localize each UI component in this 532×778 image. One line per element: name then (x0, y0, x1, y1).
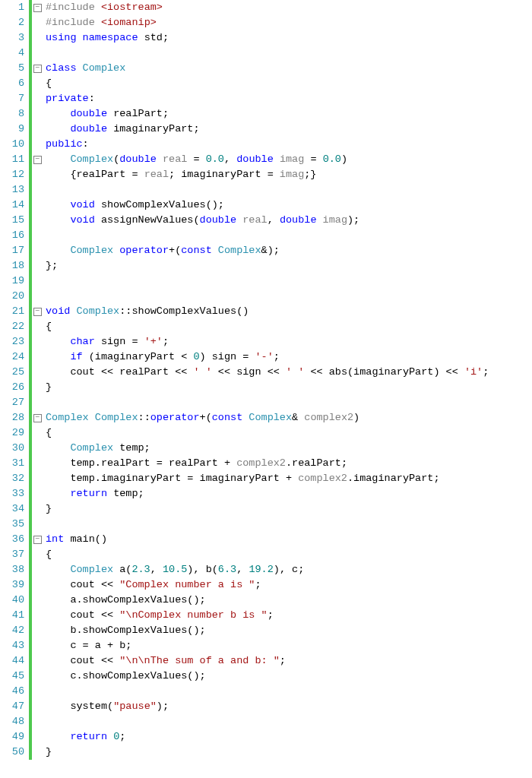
code-line[interactable] (46, 517, 532, 532)
line-number: 27 (0, 395, 24, 410)
token: <iomanip> (101, 17, 157, 28)
code-line[interactable]: temp.realPart = realPart + complex2.real… (46, 456, 532, 471)
code-line[interactable]: a.showComplexValues(); (46, 593, 532, 608)
code-line[interactable]: { (46, 425, 532, 441)
code-line[interactable]: c = a + b; (46, 638, 532, 653)
line-number: 11 (0, 152, 24, 167)
fold-cell (32, 258, 43, 274)
line-number: 40 (0, 593, 24, 608)
fold-toggle-icon[interactable]: − (33, 308, 42, 316)
token: ' ' (286, 366, 304, 378)
fold-cell (32, 395, 43, 410)
code-line[interactable]: if (imaginaryPart < 0) sign = '-'; (46, 349, 532, 365)
line-number: 38 (0, 562, 24, 577)
token: const (181, 245, 218, 256)
token: &); (261, 245, 280, 256)
fold-cell (32, 380, 43, 395)
fold-toggle-icon[interactable]: − (33, 65, 42, 73)
line-number: 18 (0, 258, 24, 274)
code-line[interactable]: char sign = '+'; (46, 334, 532, 349)
fold-cell (32, 653, 43, 669)
token: { (46, 77, 52, 89)
token: imag (323, 214, 347, 226)
code-line[interactable]: } (46, 501, 532, 517)
code-line[interactable]: void Complex::showComplexValues() (46, 304, 532, 319)
fold-cell (32, 441, 43, 456)
token: Complex (83, 62, 126, 74)
code-line[interactable]: { (46, 76, 532, 91)
fold-cell (32, 517, 43, 532)
fold-toggle-icon[interactable]: − (33, 156, 42, 164)
token: ; (119, 731, 125, 742)
token: temp.imaginaryPart = imaginaryPart + (46, 473, 298, 484)
code-line[interactable]: } (46, 380, 532, 395)
token: : (89, 93, 95, 104)
fold-toggle-icon[interactable]: − (33, 4, 42, 12)
fold-cell (32, 137, 43, 152)
code-line[interactable]: }; (46, 258, 532, 274)
code-area[interactable]: #include <iostream>#include <iomanip>usi… (43, 0, 532, 760)
token: sign = (101, 336, 144, 347)
token: 10.5 (163, 564, 187, 575)
code-line[interactable]: Complex operator+(const Complex&); (46, 243, 532, 258)
token (46, 564, 70, 575)
fold-toggle-icon[interactable]: − (33, 414, 42, 422)
code-line[interactable]: return 0; (46, 729, 532, 745)
code-line[interactable]: cout << realPart << ' ' << sign << ' ' <… (46, 365, 532, 380)
token: main() (70, 533, 107, 545)
token: : (83, 138, 89, 150)
line-number: 33 (0, 486, 24, 501)
code-line[interactable]: { (46, 319, 532, 334)
code-line[interactable]: int main() (46, 532, 532, 547)
code-line[interactable]: private: (46, 91, 532, 106)
line-number: 20 (0, 289, 24, 304)
token: imag (280, 169, 304, 180)
token: << sign << (212, 366, 286, 378)
line-number: 35 (0, 517, 24, 532)
code-line[interactable]: Complex temp; (46, 441, 532, 456)
code-line[interactable]: public: (46, 137, 532, 152)
code-line[interactable] (46, 684, 532, 699)
code-line[interactable]: cout << "\n\nThe sum of a and b: "; (46, 653, 532, 669)
code-line[interactable]: cout << "\nComplex number b is "; (46, 608, 532, 623)
code-line[interactable]: return temp; (46, 486, 532, 501)
code-line[interactable]: void assignNewValues(double real, double… (46, 213, 532, 228)
token (46, 442, 70, 454)
code-line[interactable]: double realPart; (46, 106, 532, 122)
code-line[interactable]: Complex a(2.3, 10.5), b(6.3, 19.2), c; (46, 562, 532, 577)
code-line[interactable]: { (46, 547, 532, 562)
code-line[interactable] (46, 274, 532, 289)
token: #include (46, 2, 101, 13)
code-line[interactable]: } (46, 745, 532, 760)
code-line[interactable] (46, 289, 532, 304)
code-line[interactable]: void showComplexValues(); (46, 198, 532, 213)
code-line[interactable] (46, 228, 532, 243)
token: b.showComplexValues(); (46, 625, 206, 636)
token: private (46, 93, 89, 104)
code-line[interactable]: #include <iomanip> (46, 15, 532, 30)
code-line[interactable]: {realPart = real; imaginaryPart = imag;} (46, 167, 532, 182)
code-line[interactable]: system("pause"); (46, 699, 532, 714)
token: ), c; (274, 564, 305, 575)
code-line[interactable]: #include <iostream> (46, 0, 532, 15)
code-line[interactable] (46, 182, 532, 198)
code-line[interactable]: c.showComplexValues(); (46, 669, 532, 684)
line-number: 36 (0, 532, 24, 547)
code-line[interactable]: cout << "Complex number a is "; (46, 577, 532, 593)
code-line[interactable] (46, 395, 532, 410)
code-line[interactable]: b.showComplexValues(); (46, 623, 532, 638)
code-line[interactable] (46, 46, 532, 61)
fold-cell (32, 593, 43, 608)
token: '+' (144, 336, 163, 347)
line-number: 42 (0, 623, 24, 638)
code-line[interactable]: Complex Complex::operator+(const Complex… (46, 410, 532, 425)
code-line[interactable]: temp.imaginaryPart = imaginaryPart + com… (46, 471, 532, 486)
token: Complex (249, 412, 292, 423)
code-line[interactable]: class Complex (46, 61, 532, 76)
code-line[interactable] (46, 714, 532, 729)
code-line[interactable]: Complex(double real = 0.0, double imag =… (46, 152, 532, 167)
code-line[interactable]: double imaginaryPart; (46, 122, 532, 137)
code-line[interactable]: using namespace std; (46, 30, 532, 46)
fold-cell (32, 669, 43, 684)
fold-toggle-icon[interactable]: − (33, 536, 42, 544)
